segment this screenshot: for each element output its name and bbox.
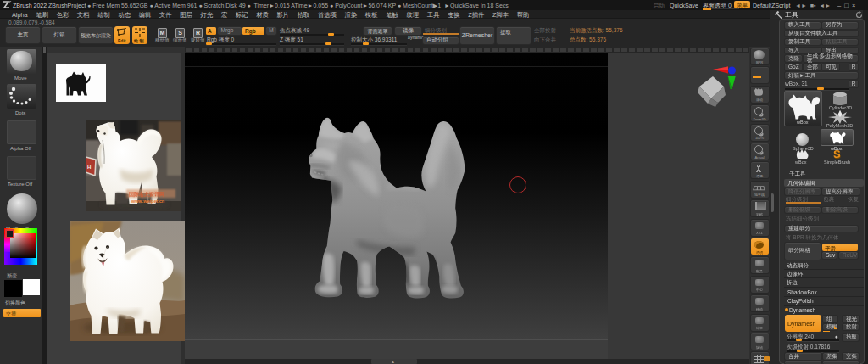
svg-text:www.weipet.cn: www.weipet.cn: [131, 199, 165, 204]
svg-text:H: H: [87, 165, 91, 170]
svg-text:国际名犬资讯网: 国际名犬资讯网: [129, 191, 164, 198]
